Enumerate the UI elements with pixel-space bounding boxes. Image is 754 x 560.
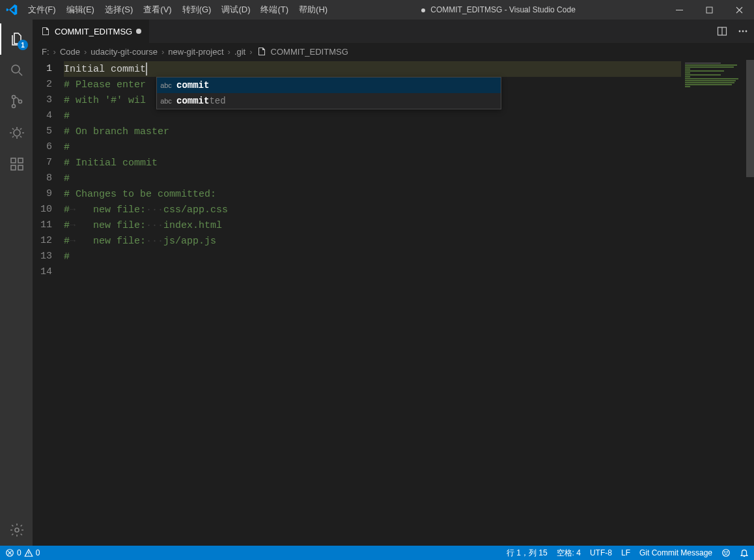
code-line	[64, 264, 681, 280]
breadcrumbs[interactable]: F: › Code › udacity-git-course › new-git…	[33, 43, 754, 60]
menu-go[interactable]: 转到(G)	[177, 0, 217, 20]
tab-commit-editmsg[interactable]: COMMIT_EDITMSG	[33, 20, 150, 43]
status-cursor-position[interactable]: 行 1，列 15	[507, 548, 548, 559]
svg-point-4	[12, 105, 16, 108]
vertical-scrollbar[interactable]	[746, 60, 754, 546]
line-number: 13	[33, 249, 52, 264]
scrollbar-thumb[interactable]	[746, 60, 754, 177]
line-number: 1	[33, 61, 52, 77]
svg-rect-0	[676, 10, 683, 10]
editor-actions	[711, 20, 754, 43]
settings-gear-button[interactable]	[0, 514, 33, 546]
line-number: 3	[33, 92, 52, 108]
maximize-button[interactable]	[694, 0, 724, 20]
vscode-logo	[0, 4, 23, 16]
breadcrumb-folder[interactable]: udacity-git-course	[91, 47, 158, 57]
status-encoding[interactable]: UTF-8	[590, 548, 612, 557]
debug-view-button[interactable]	[0, 117, 33, 148]
code-line: Initial commit	[64, 61, 681, 77]
chevron-right-icon: ›	[249, 47, 252, 57]
svg-rect-7	[11, 158, 16, 163]
status-language-mode[interactable]: Git Commit Message	[639, 548, 712, 557]
file-icon	[40, 26, 51, 36]
smiley-icon	[721, 548, 731, 557]
suggestion-item[interactable]: abc commit	[157, 77, 501, 93]
breadcrumb-file[interactable]: COMMIT_EDITMSG	[271, 47, 348, 57]
svg-point-3	[12, 96, 16, 99]
code-line: # On branch master	[64, 124, 681, 139]
svg-point-18	[725, 552, 725, 552]
svg-point-17	[723, 550, 730, 557]
svg-point-2	[12, 65, 20, 73]
tab-dirty-indicator-icon	[136, 29, 141, 34]
svg-point-15	[746, 31, 747, 33]
breadcrumb-folder[interactable]: Code	[60, 47, 80, 57]
menu-view[interactable]: 查看(V)	[138, 0, 176, 20]
window-title: COMMIT_EDITMSG - Visual Studio Code	[333, 5, 664, 14]
close-button[interactable]	[724, 0, 754, 20]
breadcrumb-folder[interactable]: new-git-project	[168, 47, 223, 57]
code-line: #	[64, 108, 681, 124]
chevron-right-icon: ›	[84, 47, 87, 57]
status-problems[interactable]: 0 0	[5, 548, 40, 557]
svg-rect-9	[11, 165, 16, 170]
code-line: #→ new file:···js/app.js	[64, 233, 681, 249]
tab-bar: COMMIT_EDITMSG	[33, 20, 754, 43]
gutter: 1 2 3 4 5 6 7 8 9 10 11 12 13 14	[33, 60, 64, 546]
status-eol[interactable]: LF	[621, 548, 630, 557]
breadcrumb-drive[interactable]: F:	[42, 47, 49, 57]
suggestion-kind-icon: abc	[160, 81, 173, 89]
status-notifications-button[interactable]	[740, 548, 749, 557]
status-bar: 0 0 行 1，列 15 空格: 4 UTF-8 LF Git Commit M…	[0, 546, 754, 560]
bell-icon	[740, 548, 749, 557]
svg-point-14	[742, 31, 744, 33]
svg-point-19	[727, 552, 727, 552]
line-number: 8	[33, 171, 52, 186]
titlebar: 文件(F) 编辑(E) 选择(S) 查看(V) 转到(G) 调试(D) 终端(T…	[0, 0, 754, 20]
menu-selection[interactable]: 选择(S)	[100, 0, 138, 20]
menu-edit[interactable]: 编辑(E)	[61, 0, 100, 20]
svg-rect-10	[18, 165, 23, 170]
line-number: 6	[33, 139, 52, 155]
text-cursor	[146, 63, 147, 76]
dirty-indicator-icon	[421, 8, 425, 12]
minimap[interactable]	[681, 60, 746, 546]
code-line: #→ new file:···css/app.css	[64, 202, 681, 217]
menu-debug[interactable]: 调试(D)	[216, 0, 255, 20]
more-actions-button[interactable]	[736, 24, 750, 38]
split-editor-button[interactable]	[715, 24, 729, 38]
window-controls	[664, 0, 754, 20]
scm-view-button[interactable]	[0, 86, 33, 117]
status-feedback-button[interactable]	[721, 548, 731, 557]
file-icon	[257, 46, 267, 57]
line-number: 11	[33, 217, 52, 233]
warning-icon	[24, 548, 33, 557]
chevron-right-icon: ›	[228, 47, 230, 57]
menu-file[interactable]: 文件(F)	[23, 0, 61, 20]
breadcrumb-folder[interactable]: .git	[234, 47, 245, 57]
extensions-view-button[interactable]	[0, 148, 33, 180]
code-line: #	[64, 139, 681, 155]
code-line: #	[64, 171, 681, 186]
svg-point-13	[739, 31, 741, 33]
status-indentation[interactable]: 空格: 4	[557, 548, 581, 559]
menu-help[interactable]: 帮助(H)	[294, 0, 333, 20]
explorer-view-button[interactable]: 1	[0, 23, 33, 55]
code-content[interactable]: Initial commit # Please enter # with '#'…	[64, 60, 681, 546]
suggestion-kind-icon: abc	[160, 97, 173, 105]
minimize-button[interactable]	[664, 0, 694, 20]
editor[interactable]: 1 2 3 4 5 6 7 8 9 10 11 12 13 14 Initial…	[33, 60, 754, 546]
editor-area: COMMIT_EDITMSG F: › Code › udacity-git-c…	[33, 20, 754, 546]
search-view-button[interactable]	[0, 55, 33, 86]
line-number: 9	[33, 186, 52, 202]
activity-bar: 1	[0, 20, 33, 546]
code-line: # Changes to be committed:	[64, 186, 681, 202]
line-number: 4	[33, 108, 52, 124]
line-number: 5	[33, 124, 52, 139]
chevron-right-icon: ›	[161, 47, 164, 57]
svg-point-11	[15, 528, 19, 532]
code-line: # Initial commit	[64, 155, 681, 171]
menu-terminal[interactable]: 终端(T)	[255, 0, 294, 20]
suggestion-item[interactable]: abc committed	[157, 93, 501, 109]
intellisense-popup[interactable]: abc commit abc committed	[156, 77, 501, 109]
